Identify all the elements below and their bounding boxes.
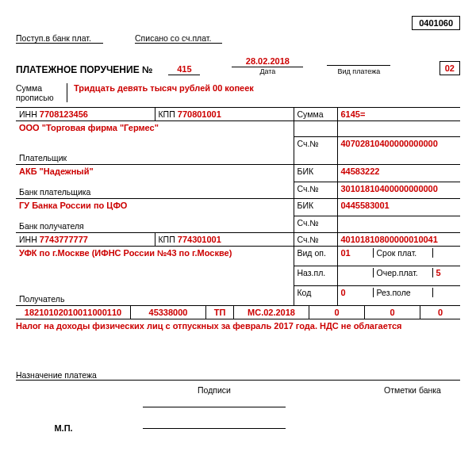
sum-label: Сумма (298, 109, 324, 119)
amount-words: Тридцать девять тысяч рублей 00 копеек (67, 83, 254, 102)
ocher: 5 (433, 268, 441, 277)
payer-bank-bik-label: БИК (298, 166, 314, 176)
payer-bank-bik: 44583222 (341, 166, 380, 176)
vid-op-label: Вид оп. (294, 247, 337, 266)
tax-doc-date: 0 (365, 306, 420, 319)
payer-name: ООО "Торговая фирма "Гермес" (19, 123, 290, 132)
payee-inn-label: ИНН (19, 235, 37, 244)
sum-value: 6145= (341, 109, 366, 119)
form-code: 0401060 (412, 16, 460, 30)
payee-bank-label: Банк получателя (19, 221, 290, 231)
doc-date: 28.02.2018 (232, 56, 303, 67)
payer-acct-label: Сч.№ (298, 139, 319, 148)
vid-op: 01 (341, 248, 374, 258)
payer-bank-label: Банк плательщика (19, 187, 290, 197)
purpose-label: Назначение платежа (16, 370, 460, 381)
payer-inn: 7708123456 (40, 109, 88, 119)
payer-kpp-label: КПП (159, 109, 175, 119)
status-field: 02 (440, 61, 460, 75)
payee-acct: 40101810800000010041 (341, 235, 438, 244)
tax-type: 0 (420, 306, 460, 319)
payer-inn-label: ИНН (19, 109, 37, 119)
payment-type-label: Вид платежа (327, 67, 390, 75)
payer-kpp: 770801001 (178, 109, 221, 119)
naz-pl-label: Наз.пл. (294, 266, 337, 286)
doc-title: ПЛАТЕЖНОЕ ПОРУЧЕНИЕ № (16, 64, 152, 75)
payee-bank-bik: 0445583001 (341, 201, 390, 210)
kod: 0 (341, 288, 374, 297)
payee-kpp-label: КПП (159, 235, 175, 244)
srok-label: Срок плат. (374, 248, 433, 258)
bank-marks-label: Отметки банка (365, 385, 460, 395)
payee-name: УФК по г.Москве (ИФНС России №43 по г.Мо… (19, 248, 290, 258)
bank-in-label: Поступ.в банк плат. (16, 33, 103, 44)
rez-label: Рез.поле (374, 288, 433, 297)
payee-bank-acct-label: Сч.№ (298, 218, 319, 228)
period: МС.02.2018 (234, 306, 309, 319)
oktmo: 45338000 (131, 306, 206, 319)
payer-bank-name: АКБ "Надежный" (19, 166, 290, 176)
payee-inn: 7743777777 (40, 235, 88, 244)
basis: ТП (206, 306, 234, 319)
written-off-label: Списано со сч.плат. (135, 33, 222, 44)
kbk: 18210102010011000110 (16, 306, 131, 319)
mp-label: М.П. (16, 423, 111, 433)
payer-bank-acct-label: Сч.№ (298, 184, 319, 193)
signatures-label: Подписи (143, 385, 286, 395)
kod-label: Код (294, 286, 337, 306)
payee-bank-bik-label: БИК (298, 201, 314, 210)
doc-number: 415 (168, 64, 200, 75)
ocher-label: Очер.плат. (374, 268, 433, 277)
payee-kpp: 774301001 (178, 235, 221, 244)
amount-words-label: Сумма прописью (16, 83, 67, 102)
payee-bank-name: ГУ Банка России по ЦФО (19, 201, 290, 210)
tax-doc-no: 0 (309, 306, 365, 319)
payer-label: Плательщик (19, 153, 290, 163)
date-label: Дата (232, 67, 303, 75)
purpose-text: Налог на доходы физических лиц с отпускн… (16, 319, 460, 370)
payee-label: Получатель (19, 294, 290, 304)
payer-bank-acct: 30101810400000000000 (341, 184, 438, 193)
payee-acct-label: Сч.№ (298, 235, 319, 244)
payer-acct: 40702810400000000000 (341, 139, 438, 148)
